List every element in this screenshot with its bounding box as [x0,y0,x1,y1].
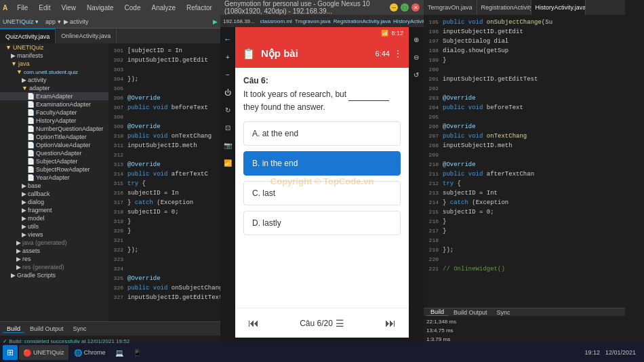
window-controls: ─ □ ✕ [390,3,420,12]
tree-item-base[interactable]: ▶ base [0,182,108,190]
ide-file-tabs: QuizActivity.java OnlineActivity.java [0,28,220,43]
phone-screen: 📶 8:12 📋 Nộp bài 6:44 ⋮ [235,27,409,362]
quiz-footer: ⏮ Câu 6/20 ☰ ⏭ [235,308,409,338]
quiz-prev-btn[interactable]: ⏮ [243,313,264,334]
right-ctrl-1[interactable]: ⊕ [409,33,423,46]
tree-item-manifests[interactable]: ▶ manifests [0,52,108,60]
right-code-editor[interactable]: 195 public void onSubjectChange(Su 196 i… [424,15,625,308]
tree-item-optionvalueadapter[interactable]: 📄 OptionValueAdapter [0,141,108,149]
right-code-panel: TemgravOn.java RegistrationActivity.java… [424,0,625,362]
windows-taskbar: ⊞ 🔴UNETIQuiz 🌐Chrome 💻 📱 19:12 12/01/202… [0,343,644,362]
tree-item-questionadapter[interactable]: 📄 QuestionAdapter [0,149,108,157]
tree-item-subjectadapter[interactable]: 📄 SubjectAdapter [0,157,108,165]
window-close-btn[interactable]: ✕ [411,3,420,12]
taskbar-unetiquiz[interactable]: 🔴UNETIQuiz [19,345,68,360]
taskbar-intellij[interactable]: 💻 [111,345,127,360]
taskbar-date: 12/01/2021 [605,349,636,356]
right-ctrl-3[interactable]: ↺ [409,68,423,81]
tree-item-gradle-scripts[interactable]: ▶ Gradle Scripts [0,271,108,279]
toolbar-run-btn[interactable]: ▶ [213,18,218,25]
toolbar-app-config[interactable]: app ▾ [45,18,61,25]
menu-navigate[interactable]: Navigate [83,4,117,12]
tree-item-unetiquiz[interactable]: ▼ UNETIQuiz [0,43,108,52]
toolbar-device[interactable]: ▶ activity [64,18,89,25]
menu-code[interactable]: Code [121,4,145,12]
tree-item-res-gen[interactable]: ▶ res (generated) [0,263,108,271]
option-d[interactable]: D. lastly [243,211,401,235]
tree-item-subjectrowadapter[interactable]: 📄 SubjectRowAdapter [0,165,108,174]
status-bar: 📶 8:12 [235,27,409,39]
ctrl-back[interactable]: ← [221,33,235,46]
option-a[interactable]: A. at the end [243,121,401,146]
ctrl-vol-down[interactable]: − [221,68,235,81]
menu-edit[interactable]: Edit [35,4,54,12]
tree-item-examadapter[interactable]: 📄 ExamAdapter [0,92,108,100]
tree-item-callback[interactable]: ▶ callback [0,190,108,198]
ctrl-power[interactable]: ⏻ [221,85,235,99]
tree-item-historyadapter[interactable]: 📄 HistoryAdapter [0,117,108,125]
ide-toolbar: UNETIQuiz ▾ app ▾ ▶ activity ▶ [0,15,220,28]
question-label: Câu 6: [243,76,401,85]
tab-build-output[interactable]: Build Output [26,325,68,332]
tab-build[interactable]: Build [3,325,24,333]
ctrl-rotate[interactable]: ↻ [221,103,235,117]
right-tab-history[interactable]: HistoryActivity.java [531,0,586,15]
right-tab-registration[interactable]: RegistrationActivity.java [477,0,531,15]
tab-quiz-activity[interactable]: QuizActivity.java [0,28,56,43]
tree-item-views[interactable]: ▶ views [0,230,108,239]
tree-item-model[interactable]: ▶ model [0,214,108,222]
tree-item-package[interactable]: ▼ com.unetl.student.quiz [0,68,108,76]
browser-tab3[interactable]: RegistrationActivity.java [334,18,390,24]
tree-item-res[interactable]: ▶ res [0,255,108,263]
tab-online-activity[interactable]: OnlineActivity.java [56,28,117,43]
tree-item-optiontitleadapter[interactable]: 📄 OptionTitleAdapter [0,133,108,141]
tree-item-fragment[interactable]: ▶ fragment [0,206,108,214]
window-maximize-btn[interactable]: □ [401,3,409,12]
menu-refactor[interactable]: Refactor [182,4,216,12]
tree-item-facultyadapter[interactable]: 📄 FacultyAdapter [0,108,108,117]
tree-item-numberadapter[interactable]: 📄 NumberQuestionAdapter [0,125,108,133]
tree-item-examinationadapter[interactable]: 📄 ExaminationAdapter [0,100,108,108]
header-menu-icon[interactable]: ⋮ [394,49,402,58]
taskbar-chrome[interactable]: 🌐Chrome [70,345,110,360]
window-minimize-btn[interactable]: ─ [390,3,398,12]
menu-view[interactable]: View [58,4,81,12]
taskbar-time: 19:12 [584,349,600,356]
tree-item-adapter[interactable]: ▼ adapter [0,84,108,92]
code-editor[interactable]: 301 [subjectID = In 302 inputSubjectID.g… [108,43,220,321]
tree-item-utils[interactable]: ▶ utils [0,222,108,230]
tree-item-java-gen[interactable]: ▶ java (generated) [0,239,108,247]
browser-tab2[interactable]: Tmgravon.java [295,18,331,24]
taskbar-genymotion[interactable]: 📱 [129,345,145,360]
right-file-tabs: TemgravOn.java RegistrationActivity.java… [424,0,625,15]
start-button[interactable]: ⊞ [3,345,18,360]
right-tab-tmgravon[interactable]: TemgravOn.java [424,0,477,15]
tree-item-activity[interactable]: ▶ activity [0,76,108,84]
ctrl-cam[interactable]: 📷 [221,138,235,152]
quiz-menu-icon[interactable]: ☰ [336,318,344,329]
toolbar-project-selector[interactable]: UNETIQuiz ▾ [3,18,39,25]
quiz-timer: 6:44 [376,49,390,58]
right-tab-sync[interactable]: Sync [493,309,515,316]
browser-tab1[interactable]: classroom.ml [260,18,292,24]
menu-build[interactable]: Build [219,4,220,12]
question-blank [348,88,389,101]
tree-item-assets[interactable]: ▶ assets [0,247,108,255]
right-tab-output[interactable]: Build Output [449,309,491,316]
right-ctrl-2[interactable]: ⊖ [409,50,423,64]
ctrl-wifi[interactable]: 📶 [221,156,235,169]
menu-file[interactable]: File [13,4,32,12]
tree-item-dialog[interactable]: ▶ dialog [0,198,108,206]
menu-analyze[interactable]: Analyze [147,4,180,12]
browser-tab4[interactable]: HistoryActivity.java [393,18,424,24]
tab-sync[interactable]: Sync [69,325,91,332]
ctrl-vol-up[interactable]: + [221,50,235,64]
option-b[interactable]: B. in the end [243,151,401,176]
tree-item-java[interactable]: ▼ java [0,60,108,68]
file-tree[interactable]: ▼ UNETIQuiz ▶ manifests ▼ java ▼ com.une… [0,43,108,321]
right-tab-build[interactable]: Build [426,308,448,316]
tree-item-yearadapter[interactable]: 📄 YearAdapter [0,174,108,182]
ctrl-screen[interactable]: ⊡ [221,121,235,134]
option-c[interactable]: C. last [243,181,401,205]
quiz-next-btn[interactable]: ⏭ [380,313,401,334]
